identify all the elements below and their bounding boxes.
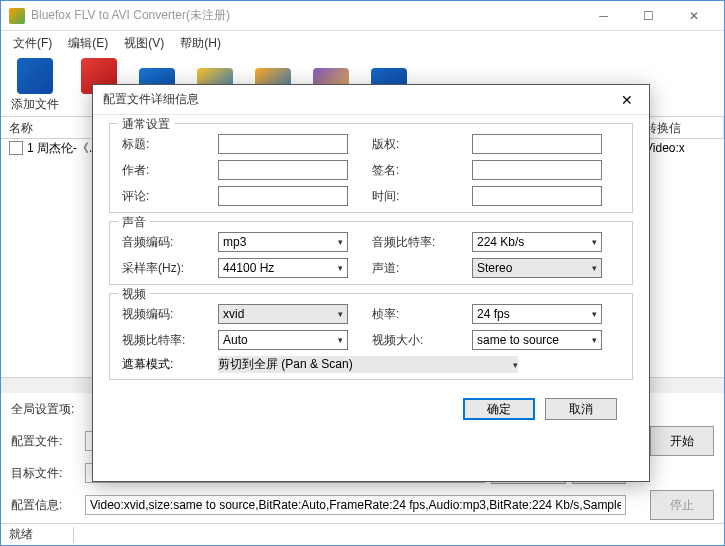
- audio-bitrate-value: 224 Kb/s: [477, 235, 524, 249]
- title-label: 标题:: [122, 136, 194, 153]
- signature-label: 签名:: [372, 162, 448, 179]
- audio-bitrate-combo[interactable]: 224 Kb/s▾: [472, 232, 602, 252]
- file-name: 1 周杰伦-《...: [27, 140, 99, 157]
- window-title: Bluefox FLV to AVI Converter(未注册): [31, 7, 581, 24]
- author-input[interactable]: [218, 160, 348, 180]
- chevron-down-icon: ▾: [592, 237, 597, 247]
- video-size-value: same to source: [477, 333, 559, 347]
- dialog-titlebar: 配置文件详细信息 ✕: [93, 85, 649, 115]
- file-icon: [9, 141, 23, 155]
- titlebar: Bluefox FLV to AVI Converter(未注册) ─ ☐ ✕: [1, 1, 724, 31]
- video-codec-label: 视频编码:: [122, 306, 194, 323]
- chevron-down-icon: ▾: [338, 309, 343, 319]
- maximize-button[interactable]: ☐: [626, 2, 671, 30]
- copyright-label: 版权:: [372, 136, 448, 153]
- channel-label: 声道:: [372, 260, 448, 277]
- dialog-close-button[interactable]: ✕: [615, 88, 639, 112]
- video-bitrate-combo[interactable]: Auto▾: [218, 330, 348, 350]
- chevron-down-icon: ▾: [513, 360, 518, 370]
- statusbar: 就绪: [1, 523, 724, 545]
- author-label: 作者:: [122, 162, 194, 179]
- minimize-button[interactable]: ─: [581, 2, 626, 30]
- dialog-buttons: 确定 取消: [109, 388, 633, 420]
- audio-bitrate-label: 音频比特率:: [372, 234, 448, 251]
- add-file-label: 添加文件: [11, 96, 59, 113]
- status-text: 就绪: [9, 526, 33, 543]
- video-codec-value: xvid: [223, 307, 244, 321]
- signature-input[interactable]: [472, 160, 602, 180]
- mask-label: 遮幕模式:: [122, 356, 194, 373]
- dialog-title: 配置文件详细信息: [103, 91, 615, 108]
- dialog-body: 通常设置 标题: 版权: 作者: 签名: 评论: 时间: 声音 音频编码: mp…: [93, 115, 649, 428]
- chevron-down-icon: ▾: [592, 263, 597, 273]
- channel-value: Stereo: [477, 261, 512, 275]
- menu-view[interactable]: 视图(V): [116, 33, 172, 54]
- time-input[interactable]: [472, 186, 602, 206]
- chevron-down-icon: ▾: [592, 335, 597, 345]
- sample-rate-label: 采样率(Hz):: [122, 260, 194, 277]
- video-codec-combo[interactable]: xvid▾: [218, 304, 348, 324]
- sample-rate-combo[interactable]: 44100 Hz▾: [218, 258, 348, 278]
- chevron-down-icon: ▾: [592, 309, 597, 319]
- group-video-legend: 视频: [118, 286, 150, 303]
- window-controls: ─ ☐ ✕: [581, 2, 716, 30]
- channel-combo[interactable]: Stereo▾: [472, 258, 602, 278]
- fps-value: 24 fps: [477, 307, 510, 321]
- col-convinfo-2[interactable]: 转换信: [637, 117, 724, 138]
- add-file-button[interactable]: 添加文件: [11, 58, 59, 113]
- group-audio-legend: 声音: [118, 214, 150, 231]
- close-button[interactable]: ✕: [671, 2, 716, 30]
- group-video: 视频 视频编码: xvid▾ 桢率: 24 fps▾ 视频比特率: Auto▾ …: [109, 293, 633, 380]
- video-bitrate-label: 视频比特率:: [122, 332, 194, 349]
- chevron-down-icon: ▾: [338, 237, 343, 247]
- mask-combo[interactable]: 剪切到全屏 (Pan & Scan)▾: [218, 356, 518, 373]
- stop-button[interactable]: 停止: [650, 490, 714, 520]
- audio-codec-combo[interactable]: mp3▾: [218, 232, 348, 252]
- video-size-combo[interactable]: same to source▾: [472, 330, 602, 350]
- title-input[interactable]: [218, 134, 348, 154]
- menu-edit[interactable]: 编辑(E): [60, 33, 116, 54]
- add-file-icon: [17, 58, 53, 94]
- info-label: 配置信息:: [11, 497, 79, 514]
- copyright-input[interactable]: [472, 134, 602, 154]
- group-general: 通常设置 标题: 版权: 作者: 签名: 评论: 时间:: [109, 123, 633, 213]
- sample-rate-value: 44100 Hz: [223, 261, 274, 275]
- menu-help[interactable]: 帮助(H): [172, 33, 229, 54]
- menu-file[interactable]: 文件(F): [5, 33, 60, 54]
- group-audio: 声音 音频编码: mp3▾ 音频比特率: 224 Kb/s▾ 采样率(Hz): …: [109, 221, 633, 285]
- mask-value: 剪切到全屏 (Pan & Scan): [218, 356, 353, 373]
- start-button[interactable]: 开始: [650, 426, 714, 456]
- video-bitrate-value: Auto: [223, 333, 248, 347]
- menubar: 文件(F) 编辑(E) 视图(V) 帮助(H): [1, 31, 724, 55]
- comment-label: 评论:: [122, 188, 194, 205]
- fps-combo[interactable]: 24 fps▾: [472, 304, 602, 324]
- fps-label: 桢率:: [372, 306, 448, 323]
- audio-codec-value: mp3: [223, 235, 246, 249]
- group-general-legend: 通常设置: [118, 116, 174, 133]
- ok-button[interactable]: 确定: [463, 398, 535, 420]
- profile-label: 配置文件:: [11, 433, 79, 450]
- target-label: 目标文件:: [11, 465, 79, 482]
- time-label: 时间:: [372, 188, 448, 205]
- comment-input[interactable]: [218, 186, 348, 206]
- audio-codec-label: 音频编码:: [122, 234, 194, 251]
- info-input[interactable]: [85, 495, 626, 515]
- cancel-button[interactable]: 取消: [545, 398, 617, 420]
- chevron-down-icon: ▾: [338, 263, 343, 273]
- status-sep: [73, 527, 74, 543]
- video-size-label: 视频大小:: [372, 332, 448, 349]
- profile-dialog: 配置文件详细信息 ✕ 通常设置 标题: 版权: 作者: 签名: 评论: 时间: …: [92, 84, 650, 482]
- chevron-down-icon: ▾: [338, 335, 343, 345]
- app-icon: [9, 8, 25, 24]
